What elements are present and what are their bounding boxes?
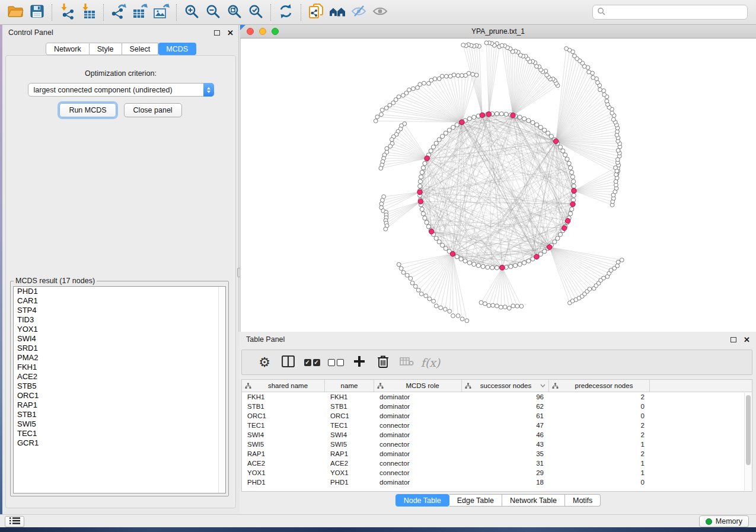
- mcds-result-item[interactable]: SRD1: [14, 344, 225, 353]
- node-table[interactable]: shared namenameMCDS rolesuccessor nodesp…: [241, 379, 752, 492]
- delete-table-button[interactable]: [395, 357, 419, 368]
- table-scrollbar[interactable]: [744, 393, 752, 491]
- table-settings-button[interactable]: ⚙: [253, 356, 276, 369]
- float-panel-icon[interactable]: [731, 337, 736, 342]
- main-toolbar: [0, 0, 756, 25]
- network-window-titlebar[interactable]: YPA_prune.txt_1: [240, 25, 756, 39]
- table-cell: STB1: [325, 402, 374, 411]
- clone-network-button[interactable]: [305, 2, 327, 23]
- tab-style[interactable]: Style: [90, 43, 122, 55]
- zoom-in-button[interactable]: [181, 2, 202, 23]
- export-network-button[interactable]: [108, 2, 129, 23]
- table-cell: 2: [549, 392, 650, 402]
- zoom-selected-button[interactable]: [245, 2, 266, 23]
- tab-select[interactable]: Select: [122, 43, 159, 55]
- table-row[interactable]: FKH1FKH1dominator962: [242, 392, 752, 402]
- toolbar-separator: [103, 4, 104, 21]
- tab-network[interactable]: Network: [46, 43, 90, 55]
- mcds-result-item[interactable]: STP4: [14, 306, 225, 315]
- table-row[interactable]: SWI4SWI4dominator462: [242, 430, 752, 440]
- save-session-button[interactable]: [26, 2, 47, 23]
- result-list-scrollbar[interactable]: [218, 287, 225, 493]
- column-header-MCDS-role[interactable]: MCDS role: [374, 380, 462, 392]
- network-canvas[interactable]: [240, 39, 756, 332]
- open-file-button[interactable]: [5, 2, 26, 23]
- show-all-button[interactable]: [369, 2, 391, 23]
- table-cell: TEC1: [242, 421, 325, 430]
- close-panel-button[interactable]: Close panel: [124, 103, 182, 117]
- mcds-result-item[interactable]: FKH1: [14, 363, 225, 372]
- table-row[interactable]: PHD1PHD1dominator180: [242, 477, 752, 487]
- mcds-result-item[interactable]: ORC1: [14, 391, 225, 400]
- criterion-select[interactable]: largest connected component (undirected): [28, 83, 214, 97]
- zoom-out-button[interactable]: [202, 2, 224, 23]
- select-stepper-icon: [203, 83, 214, 97]
- mcds-result-item[interactable]: CAR1: [14, 296, 225, 306]
- column-header-shared-name[interactable]: shared name: [242, 380, 325, 392]
- close-panel-icon[interactable]: ✕: [744, 336, 750, 344]
- mcds-result-item[interactable]: STB5: [14, 382, 225, 391]
- table-panel: Table Panel ✕ ⚙ ✓✓ f(x) shared namenameM…: [240, 332, 756, 514]
- close-panel-icon[interactable]: ✕: [227, 29, 234, 37]
- delete-column-button[interactable]: [371, 355, 395, 370]
- tab-motifs[interactable]: Motifs: [565, 494, 601, 507]
- export-table-button[interactable]: [129, 2, 151, 23]
- mcds-result-item[interactable]: TEC1: [14, 429, 225, 438]
- tab-mcds[interactable]: MCDS: [158, 43, 196, 55]
- scrollbar-thumb[interactable]: [746, 395, 751, 465]
- table-row[interactable]: ORC1ORC1dominator610: [242, 411, 752, 421]
- memory-button[interactable]: Memory: [699, 515, 749, 527]
- function-builder-button[interactable]: f(x): [419, 356, 442, 369]
- add-column-button[interactable]: [347, 355, 371, 369]
- column-header-successor-nodes[interactable]: successor nodes: [462, 380, 549, 392]
- import-network-button[interactable]: [56, 2, 78, 23]
- first-neighbors-button[interactable]: [327, 2, 348, 23]
- float-panel-icon[interactable]: [214, 30, 220, 36]
- column-header-name[interactable]: name: [325, 380, 374, 392]
- table-row[interactable]: STB1STB1dominator620: [242, 402, 752, 411]
- table-row[interactable]: SWI5SWI5connector431: [242, 440, 752, 449]
- tab-node-table[interactable]: Node Table: [395, 494, 449, 507]
- refresh-view-button[interactable]: [275, 2, 296, 23]
- network-graph[interactable]: [241, 39, 756, 332]
- select-all-columns-button[interactable]: ✓✓: [300, 359, 324, 366]
- mcds-result-item[interactable]: YOX1: [14, 325, 225, 334]
- show-column-button[interactable]: [276, 355, 300, 369]
- mcds-result-item[interactable]: PMA2: [14, 353, 225, 363]
- table-cell: connector: [374, 440, 462, 449]
- table-cell: ACE2: [242, 459, 325, 468]
- search-input[interactable]: [608, 8, 743, 17]
- zoom-fit-button[interactable]: [224, 2, 245, 23]
- mcds-result-item[interactable]: RAP1: [14, 400, 225, 410]
- mcds-result-item[interactable]: SWI5: [14, 419, 225, 429]
- mcds-result-item[interactable]: TID3: [14, 315, 225, 325]
- search-field[interactable]: [592, 5, 748, 20]
- tab-edge-table[interactable]: Edge Table: [449, 494, 502, 507]
- control-panel: Control Panel ✕ NetworkStyleSelectMCDS O…: [2, 25, 240, 514]
- import-table-button[interactable]: [78, 2, 99, 23]
- mcds-result-item[interactable]: ACE2: [14, 372, 225, 382]
- deselect-all-columns-button[interactable]: [324, 359, 347, 366]
- export-image-button[interactable]: [151, 2, 172, 23]
- task-history-button[interactable]: [5, 516, 24, 527]
- table-cell: 0: [549, 477, 650, 487]
- trash-icon: [377, 355, 389, 370]
- tab-network-table[interactable]: Network Table: [502, 494, 565, 507]
- mcds-result-item[interactable]: SWI4: [14, 334, 225, 344]
- import-table-icon: [80, 3, 97, 21]
- mcds-result-item[interactable]: GCR1: [14, 438, 225, 448]
- table-cell: 1: [549, 440, 650, 449]
- hide-selected-button[interactable]: [348, 2, 369, 23]
- mcds-result-list[interactable]: PHD1CAR1STP4TID3YOX1SWI4SRD1PMA2FKH1ACE2…: [13, 286, 226, 493]
- table-row[interactable]: RAP1RAP1dominator352: [242, 449, 752, 459]
- table-row[interactable]: YOX1YOX1connector291: [242, 468, 752, 477]
- table-cell: YOX1: [325, 468, 374, 477]
- mcds-result-item[interactable]: PHD1: [14, 287, 225, 296]
- import-network-icon: [59, 3, 75, 21]
- column-header-predecessor-nodes[interactable]: predecessor nodes: [549, 380, 650, 392]
- table-row[interactable]: ACE2ACE2connector311: [242, 459, 752, 468]
- table-row[interactable]: TEC1TEC1connector472: [242, 421, 752, 430]
- mcds-result-item[interactable]: STB1: [14, 410, 225, 419]
- table-cell: 62: [462, 402, 549, 411]
- run-mcds-button[interactable]: Run MCDS: [59, 103, 116, 117]
